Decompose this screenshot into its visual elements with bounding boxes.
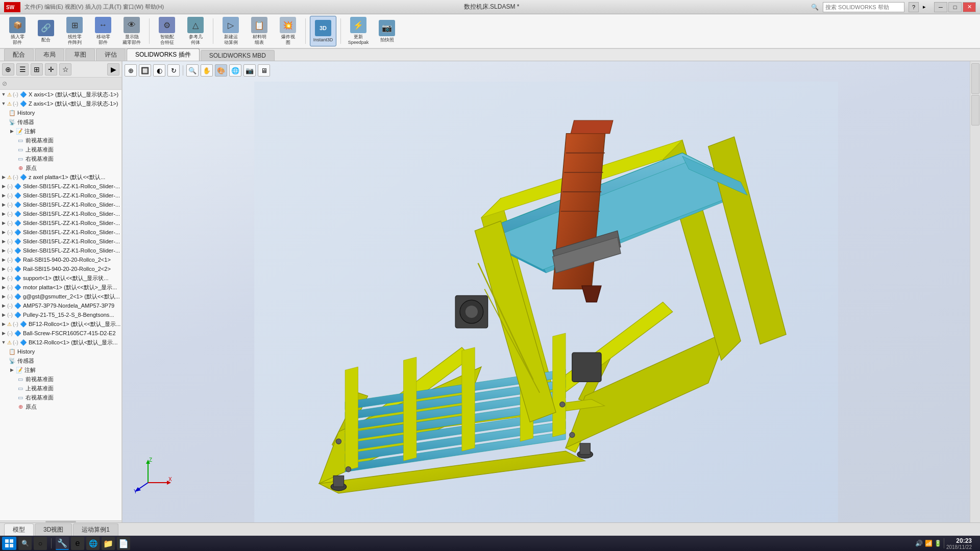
tree-item-x-axis[interactable]: ▼ ⚠ (-) 🔷 X axis<1> (默认<默认_显示状态-1>) <box>0 90 121 99</box>
minimize-button[interactable]: ─ <box>934 2 947 12</box>
capture-button[interactable]: 📷 拍快照 <box>374 16 400 46</box>
linear-array-button[interactable]: ⊞ 线性零件阵列 <box>61 16 88 46</box>
tree-item-history2[interactable]: 📋 History <box>0 347 121 356</box>
toggle-bf12[interactable]: ▶ <box>0 320 7 328</box>
tree-item-slider1[interactable]: ▶ (-) 🔷 Slider-SBI15FL-ZZ-K1-Rollco_Slid… <box>0 182 121 191</box>
tree-item-rail1[interactable]: ▶ (-) 🔷 Rail-SBI15-940-20-20-Rollco_2<1> <box>0 255 121 264</box>
toggle-slider7[interactable]: ▶ <box>0 238 7 245</box>
tree-item-rail2[interactable]: ▶ (-) 🔷 Rail-SBI15-940-20-20-Rollco_2<2> <box>0 264 121 273</box>
bottom-tab-motion[interactable]: 运动算例1 <box>73 523 118 536</box>
tree-item-top-plane1[interactable]: ▭ 上视基准面 <box>0 145 121 154</box>
view-display-btn[interactable]: 🔲 <box>139 64 151 77</box>
property-manager-icon[interactable]: ☰ <box>16 63 29 76</box>
tree-item-ggmutter[interactable]: ▶ (-) 🔷 g@gst@gsmutter_2<1> (默认<<默认... <box>0 292 121 301</box>
tab-layout[interactable]: 布局 <box>35 48 64 61</box>
toggle-z-axel-platta[interactable]: ▶ <box>0 173 7 181</box>
tree-item-slider7[interactable]: ▶ (-) 🔷 Slider-SBI15FL-ZZ-K1-Rollco_Slid… <box>0 237 121 246</box>
toggle-rail2[interactable]: ▶ <box>0 265 7 272</box>
search-input[interactable] <box>823 2 904 12</box>
toggle-slider4[interactable]: ▶ <box>0 210 7 217</box>
toggle-slider2[interactable]: ▶ <box>0 192 7 199</box>
tab-solidworks-plugins[interactable]: SOLIDWORKS 插件 <box>127 48 200 61</box>
tree-item-bk12[interactable]: ▼ ⚠ (-) 🔷 BK12-Rollco<1> (默认<默认_显示... <box>0 338 121 347</box>
tree-item-motor-platta1[interactable]: ▶ (-) 🔷 motor platta<1> (默认<<默认>_显示... <box>0 283 121 292</box>
toggle-support1[interactable]: ▶ <box>0 274 7 282</box>
tree-item-history1[interactable]: 📋 History <box>0 108 121 117</box>
toggle-z-axis[interactable]: ▼ <box>0 100 7 107</box>
tab-solidworks-mbd[interactable]: SOLIDWORKS MBD <box>201 50 275 61</box>
show-hide-button[interactable]: 👁 显示隐藏零部件 <box>118 16 145 46</box>
help-icon[interactable]: ? <box>909 2 919 12</box>
reference-geo-button[interactable]: △ 参考几何体 <box>182 16 209 46</box>
right-panel-btn1[interactable] <box>971 63 979 94</box>
view-appearance-btn[interactable]: 🎨 <box>215 64 227 77</box>
tree-item-top-plane2[interactable]: ▭ 上视基准面 <box>0 384 121 393</box>
move-part-button[interactable]: ↔ 移动零部件 <box>90 16 116 46</box>
view-scene-btn[interactable]: 🌐 <box>229 64 241 77</box>
restore-button[interactable]: □ <box>948 2 962 12</box>
tree-item-slider8[interactable]: ▶ (-) 🔷 Slider-SBI15FL-ZZ-K1-Rollco_Slid… <box>0 246 121 255</box>
taskbar-browser[interactable]: 🌐 <box>86 537 100 550</box>
toggle-slider3[interactable]: ▶ <box>0 201 7 208</box>
toggle-motor-platta1[interactable]: ▶ <box>0 284 7 291</box>
tree-item-slider4[interactable]: ▶ (-) 🔷 Slider-SBI15FL-ZZ-K1-Rollco_Slid… <box>0 209 121 218</box>
new-motion-button[interactable]: ▷ 新建运动算例 <box>217 16 244 46</box>
tree-item-sensors1[interactable]: 📡 传感器 <box>0 117 121 127</box>
tree-item-notes1[interactable]: ▶ 📝 注解 <box>0 127 121 136</box>
view-rotate-btn[interactable]: ↻ <box>167 64 180 77</box>
view-orientation-btn[interactable]: ⊕ <box>125 64 137 77</box>
config-manager-icon[interactable]: ⊞ <box>31 63 43 76</box>
close-button[interactable]: ✕ <box>963 2 976 12</box>
expand-icon[interactable]: ▸ <box>923 4 926 10</box>
bottom-tab-3dview[interactable]: 3D视图 <box>35 523 72 536</box>
toggle-amp57[interactable]: ▶ <box>0 302 7 309</box>
assembly-button[interactable]: 🔗 配合 <box>33 16 59 46</box>
tree-item-notes2[interactable]: ▶ 📝 注解 <box>0 365 121 374</box>
toggle-bk12[interactable]: ▼ <box>0 339 7 346</box>
view-camera-btn[interactable]: 📷 <box>243 64 256 77</box>
3d-viewport[interactable]: ⊕ 🔲 ◐ ↻ 🔍 ✋ 🎨 🌐 📷 🖥 <box>122 61 970 522</box>
instant3d-button[interactable]: 3D Instant3D <box>310 16 336 46</box>
tree-item-right-plane1[interactable]: ▭ 右视基准面 <box>0 154 121 163</box>
view-section-btn[interactable]: ◐ <box>153 64 165 77</box>
toggle-ball-screw[interactable]: ▶ <box>0 330 7 337</box>
tree-item-bf12[interactable]: ▶ ⚠ (-) 🔷 BF12-Rollco<1> (默认<<默认_显示... <box>0 319 121 329</box>
view-pan-btn[interactable]: ✋ <box>201 64 213 77</box>
expand-panel-icon[interactable]: ▶ <box>107 63 119 76</box>
feature-manager-icon[interactable]: ⊕ <box>2 63 14 76</box>
tree-item-support1[interactable]: ▶ (-) 🔷 support<1> (默认<<默认_显示状... <box>0 273 121 283</box>
tree-item-z-axis[interactable]: ▼ ⚠ (-) 🔷 Z axis<1> (默认<默认_显示状态-1>) <box>0 99 121 108</box>
taskbar-solidworks[interactable]: 🔧 <box>56 537 69 550</box>
tab-evaluate[interactable]: 评估 <box>96 48 126 61</box>
tree-item-front-plane2[interactable]: ▭ 前视基准面 <box>0 374 121 384</box>
explode-button[interactable]: 💥 爆炸视图 <box>275 16 301 46</box>
dim-expert-icon[interactable]: ✛ <box>45 63 57 76</box>
taskbar-search[interactable]: 🔍 <box>18 537 32 550</box>
tab-assembly[interactable]: 配合 <box>4 48 34 61</box>
tree-item-origin1[interactable]: ⊕ 原点 <box>0 163 121 172</box>
toggle-slider5[interactable]: ▶ <box>0 219 7 227</box>
taskbar-folder[interactable]: 📁 <box>102 537 115 550</box>
toggle-slider8[interactable]: ▶ <box>0 247 7 254</box>
taskbar-cortana[interactable]: ○ <box>34 537 47 550</box>
toggle-ggmutter[interactable]: ▶ <box>0 293 7 300</box>
toggle-slider1[interactable]: ▶ <box>0 183 7 190</box>
tree-item-front-plane1[interactable]: ▭ 前视基准面 <box>0 136 121 145</box>
tree-item-slider6[interactable]: ▶ (-) 🔷 Slider-SBI15FL-ZZ-K1-Rollco_Slid… <box>0 228 121 237</box>
tab-sketch[interactable]: 草图 <box>65 48 95 61</box>
view-zoom-btn[interactable]: 🔍 <box>186 64 199 77</box>
smart-fit-button[interactable]: ⚙ 智能配合特征 <box>154 16 180 46</box>
bottom-tab-model[interactable]: 模型 <box>4 523 34 536</box>
appearance-icon[interactable]: ☆ <box>59 63 71 76</box>
tree-item-slider3[interactable]: ▶ (-) 🔷 Slider-SBI15FL-ZZ-K1-Rollco_Slid… <box>0 200 121 209</box>
panel-scrollbar[interactable] <box>0 520 121 522</box>
view-display-state-btn[interactable]: 🖥 <box>258 64 270 77</box>
tree-item-sensors2[interactable]: 📡 传感器 <box>0 356 121 365</box>
taskbar-ie[interactable]: e <box>71 537 84 550</box>
taskbar-pdf[interactable]: 📄 <box>117 537 130 550</box>
toggle-slider6[interactable]: ▶ <box>0 229 7 236</box>
tree-item-ball-screw[interactable]: ▶ (-) 🔷 Ball-Screw-FSCR1605C7-415-D2-E2 <box>0 329 121 338</box>
toggle-notes1[interactable]: ▶ <box>8 128 15 135</box>
speedpak-button[interactable]: ⚡ 更新Speedpak <box>345 16 372 46</box>
tree-item-amp57[interactable]: ▶ (-) 🔷 AMP57-3P79-Nordela_AMP57-3P79 <box>0 301 121 310</box>
